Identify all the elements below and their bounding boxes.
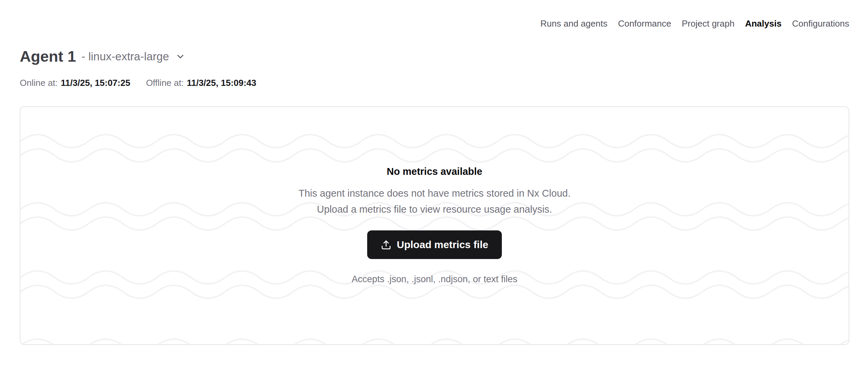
upload-button-label: Upload metrics file [397, 239, 488, 251]
chevron-down-icon [175, 51, 185, 62]
agent-selector-toggle[interactable] [175, 51, 185, 62]
nav-item-configurations[interactable]: Configurations [792, 18, 849, 29]
nav-item-conformance[interactable]: Conformance [618, 18, 671, 29]
accepted-file-types-hint: Accepts .json, .jsonl, .ndjson, or text … [351, 273, 517, 285]
nav-item-analysis[interactable]: Analysis [745, 18, 781, 29]
top-navigation: Runs and agents Conformance Project grap… [0, 0, 868, 29]
empty-state-description: This agent instance does not have metric… [299, 185, 571, 217]
upload-metrics-file-button[interactable]: Upload metrics file [367, 230, 502, 259]
agent-launch-template: - linux-extra-large [81, 50, 169, 63]
online-at: Online at: 11/3/25, 15:07:25 [20, 77, 130, 89]
metrics-empty-state-card: No metrics available This agent instance… [20, 106, 849, 345]
empty-state-line1: This agent instance does not have metric… [299, 185, 571, 201]
empty-state-content: No metrics available This agent instance… [20, 107, 849, 285]
offline-at-value: 11/3/25, 15:09:43 [187, 77, 256, 89]
empty-state-heading: No metrics available [387, 165, 482, 178]
empty-state-line2: Upload a metrics file to view resource u… [299, 201, 571, 217]
agent-selector[interactable]: Agent 1 - linux-extra-large [20, 47, 849, 66]
online-at-label: Online at: [20, 77, 58, 89]
offline-at-label: Offline at: [146, 77, 184, 89]
nav-item-runs-and-agents[interactable]: Runs and agents [540, 18, 608, 29]
nav-item-project-graph[interactable]: Project graph [682, 18, 735, 29]
upload-icon [381, 240, 391, 250]
agent-meta: Online at: 11/3/25, 15:07:25 Offline at:… [20, 77, 849, 89]
page-title: Agent 1 [20, 47, 76, 66]
online-at-value: 11/3/25, 15:07:25 [61, 77, 130, 89]
offline-at: Offline at: 11/3/25, 15:09:43 [146, 77, 256, 89]
